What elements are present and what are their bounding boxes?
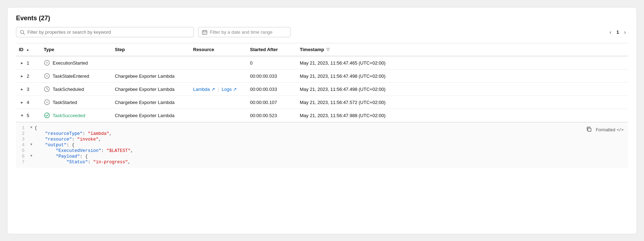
type-icon-circle-dash xyxy=(44,99,50,105)
type-name: ExecutionStarted xyxy=(53,60,88,66)
timestamp-cell: May 21, 2023, 11:56:47.988 (UTC+02:00) xyxy=(297,109,628,122)
row-id-cell: ► 4 xyxy=(16,96,41,109)
svg-line-1 xyxy=(23,33,25,34)
row-id-cell: ► 3 xyxy=(16,83,41,96)
started-after-cell: 00:00:00.033 xyxy=(247,70,297,83)
col-header-id[interactable]: ID ▲ xyxy=(16,43,41,56)
table-row: ▼ 5 TaskSucceeded Chargebee Exporter Lam… xyxy=(16,109,628,122)
json-line: 7 "Status": "in-progress", xyxy=(16,159,628,165)
type-name: TaskSucceeded xyxy=(53,113,85,118)
col-header-resource: Resource xyxy=(190,43,247,56)
search-icon xyxy=(20,30,25,35)
json-line: 3 "resource": "invoke", xyxy=(16,137,628,142)
row-expand-button[interactable]: ► xyxy=(19,73,25,79)
row-expand-button[interactable]: ► xyxy=(19,100,25,105)
table-row: ► 2 TaskStateEntered Chargebee Exporter … xyxy=(16,70,628,83)
table-row: ► 4 TaskStarted Chargebee Exporter Lambd… xyxy=(16,96,628,109)
type-icon-circle-check xyxy=(44,112,50,119)
calendar-icon xyxy=(202,30,207,35)
started-after-cell: 00:00:00.523 xyxy=(247,109,297,122)
pagination: ‹ 1 › xyxy=(607,28,628,37)
row-expand-button[interactable]: ► xyxy=(19,87,25,92)
svg-line-17 xyxy=(47,89,48,90)
started-after-cell: 00:00:00.033 xyxy=(247,83,297,96)
copy-json-button[interactable] xyxy=(585,125,593,134)
col-header-type: Type xyxy=(41,43,112,56)
svg-rect-21 xyxy=(588,128,591,131)
resource-cell xyxy=(190,56,247,70)
table-row: ► 1 ExecutionStarted xyxy=(16,56,628,70)
json-viewer: Formatted </> 1 ▼ { 2 "resourceType": "l… xyxy=(16,122,628,168)
search-input[interactable] xyxy=(27,29,190,35)
search-filter-box[interactable] xyxy=(16,27,194,37)
json-line: 5 "ExecutedVersion": "$LATEST", xyxy=(16,148,628,154)
json-line: 4 ▼ "output": { xyxy=(16,142,628,148)
row-expand-button[interactable]: ▼ xyxy=(19,113,25,118)
next-page-button[interactable]: › xyxy=(622,28,628,37)
timestamp-cell: May 21, 2023, 11:56:47.498 (UTC+02:00) xyxy=(297,83,628,96)
timestamp-cell: May 21, 2023, 11:56:47.572 (UTC+02:00) xyxy=(297,96,628,109)
row-expand-button[interactable]: ► xyxy=(19,60,25,66)
resource-cell xyxy=(190,109,247,122)
table-row: ► 3 TaskScheduled Chargebee Exporter Lam… xyxy=(16,83,628,96)
timestamp-filter-icon: ▽ xyxy=(326,47,329,52)
started-after-cell: 0 xyxy=(247,56,297,70)
lambda-link[interactable]: Lambda ↗ xyxy=(193,87,215,92)
page-title: Events (27) xyxy=(16,15,628,22)
resource-cell xyxy=(190,96,247,109)
json-line: 2 "resourceType": "lambda", xyxy=(16,131,628,137)
col-header-step: Step xyxy=(112,43,190,56)
timestamp-cell: May 21, 2023, 11:56:47.498 (UTC+02:00) xyxy=(297,70,628,83)
json-line: 1 ▼ { xyxy=(16,125,628,131)
type-icon-circle-clock xyxy=(44,86,50,92)
step-cell: Chargebee Exporter Lambda xyxy=(112,70,190,83)
step-cell: Chargebee Exporter Lambda xyxy=(112,109,190,122)
json-line: 6 ▼ "Payload": { xyxy=(16,154,628,159)
resource-cell xyxy=(190,70,247,83)
started-after-cell: 00:00:00.107 xyxy=(247,96,297,109)
type-icon-circle-dash xyxy=(44,60,50,66)
prev-page-button[interactable]: ‹ xyxy=(607,28,613,37)
json-toolbar: Formatted </> xyxy=(585,125,624,134)
type-name: TaskStateEntered xyxy=(53,73,89,79)
step-cell: Chargebee Exporter Lambda xyxy=(112,96,190,109)
svg-point-20 xyxy=(44,113,49,118)
date-filter-placeholder: Filter by a date and time range xyxy=(210,29,272,35)
current-page: 1 xyxy=(616,29,619,35)
step-cell: Chargebee Exporter Lambda xyxy=(112,83,190,96)
type-name: TaskStarted xyxy=(53,100,77,105)
col-header-started-after: Started After xyxy=(247,43,297,56)
logs-link[interactable]: Logs ↗ xyxy=(222,87,237,92)
row-id-cell: ► 1 xyxy=(16,56,41,70)
resource-cell: Lambda ↗ | Logs ↗ xyxy=(190,83,247,96)
type-name: TaskScheduled xyxy=(53,87,84,92)
events-table: ID ▲ Type Step Resource Started After xyxy=(16,43,628,168)
row-id-cell: ► 2 xyxy=(16,70,41,83)
timestamp-cell: May 21, 2023, 11:56:47.465 (UTC+02:00) xyxy=(297,56,628,70)
col-header-timestamp[interactable]: Timestamp ▽ xyxy=(297,43,628,56)
step-cell xyxy=(112,56,190,70)
date-filter-box[interactable]: Filter by a date and time range xyxy=(198,27,291,37)
formatted-button[interactable]: Formatted </> xyxy=(596,127,624,132)
row-id-cell: ▼ 5 xyxy=(16,109,41,122)
id-sort-icon: ▲ xyxy=(26,48,30,51)
type-icon-circle-dash xyxy=(44,73,50,79)
